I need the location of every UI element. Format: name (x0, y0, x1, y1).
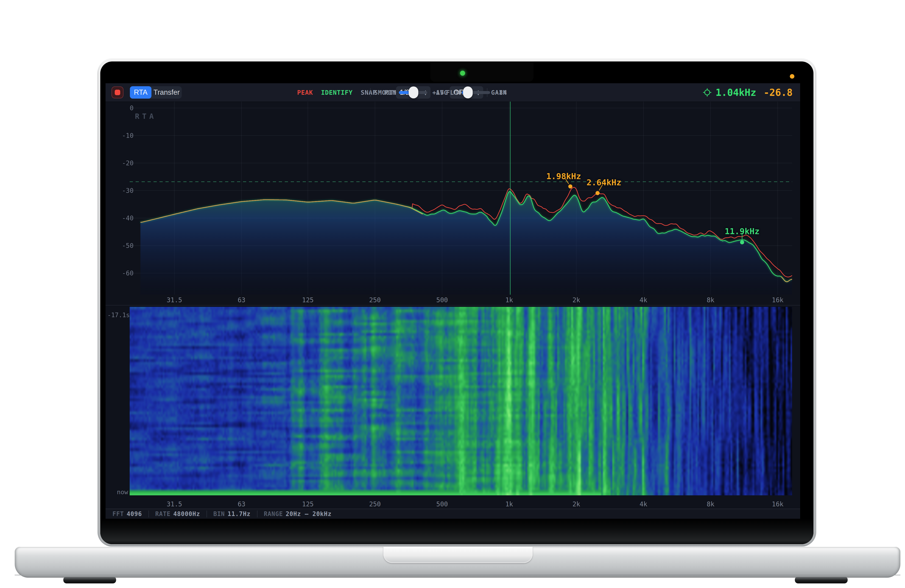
toolbar: RTA Transfer PEAKIDENTIFYSNAPPINK SMOOTH… (106, 83, 800, 102)
peak-marker-2.64kHz: 2.64kHz (586, 178, 621, 187)
x-tick-500: 500 (436, 296, 448, 304)
x-tick-500: 500 (436, 501, 448, 508)
x-tick-250: 250 (369, 501, 381, 508)
gain-slider-thumb[interactable] (409, 86, 418, 98)
status-value: 11.7Hz (228, 510, 251, 517)
x-tick-31.5: 31.5 (167, 501, 182, 508)
status-value: 48000Hz (173, 510, 200, 517)
cursor-readout: 1.04kHz -26.8 (703, 83, 792, 101)
x-tick-2k: 2k (573, 296, 580, 304)
status-value: 4096 (127, 510, 142, 517)
x-tick-125: 125 (302, 501, 314, 508)
laptop-base (15, 547, 900, 578)
status-range: RANGE20Hz — 20kHz (264, 510, 332, 517)
x-tick-63: 63 (238, 296, 246, 304)
x-tick-8k: 8k (707, 501, 714, 508)
laptop-lid: RTA Transfer PEAKIDENTIFYSNAPPINK SMOOTH… (97, 59, 816, 547)
y-tick: -50 (114, 242, 133, 249)
y-tick: 0 (114, 105, 133, 112)
section-divider (106, 305, 800, 306)
status-label: BIN (213, 510, 225, 517)
laptop-foot (795, 577, 848, 583)
tab-transfer[interactable]: Transfer (151, 86, 182, 98)
x-tick-1k: 1k (505, 296, 513, 304)
x-tick-4k: 4k (640, 501, 647, 508)
y-tick: -10 (114, 132, 133, 139)
readout-frequency: 1.04kHz (716, 87, 756, 98)
camera-led-icon (460, 71, 465, 76)
status-bin: BIN11.7Hz (213, 510, 251, 517)
y-tick: -30 (114, 187, 133, 195)
gain-slider[interactable] (399, 91, 427, 94)
record-icon (115, 90, 120, 95)
status-value: 20Hz — 20kHz (286, 510, 332, 517)
status-divider (206, 510, 207, 517)
peak-marker-11.9kHz: 11.9kHz (725, 227, 759, 236)
analyzer-app: RTA Transfer PEAKIDENTIFYSNAPPINK SMOOTH… (106, 83, 800, 519)
laptop-foot (64, 577, 116, 583)
view-tabs: RTA Transfer (130, 86, 182, 98)
x-tick-4k: 4k (640, 296, 647, 304)
status-divider (148, 510, 149, 517)
x-tick-63: 63 (238, 501, 246, 508)
status-bar: FFT4096RATE48000HzBIN11.7HzRANGE20Hz — 2… (106, 509, 800, 519)
y-tick: -40 (114, 214, 133, 222)
spectrogram-time-now: now (107, 488, 128, 496)
camera-notch (430, 62, 533, 82)
rta-plot[interactable] (130, 101, 792, 295)
status-fft: FFT4096 (113, 510, 142, 517)
gain-value: +15 (432, 89, 444, 96)
toolbar-divider (370, 88, 371, 97)
status-label: RANGE (264, 510, 283, 517)
mic-indicator-icon (790, 74, 794, 79)
x-tick-250: 250 (369, 296, 381, 304)
base-edge (15, 575, 900, 575)
hinge-shadow (100, 518, 813, 544)
status-label: RATE (156, 510, 171, 517)
x-tick-125: 125 (302, 296, 314, 304)
tab-rta[interactable]: RTA (130, 86, 151, 98)
x-tick-16k: 16k (772, 501, 784, 508)
status-rate: RATE48000Hz (156, 510, 200, 517)
floor-value: -84 (495, 89, 507, 96)
x-tick-31.5: 31.5 (167, 296, 182, 304)
mode-toggle-peak[interactable]: PEAK (297, 89, 313, 96)
laptop-bezel: RTA Transfer PEAKIDENTIFYSNAPPINK SMOOTH… (100, 62, 813, 544)
laptop-mockup: RTA Transfer PEAKIDENTIFYSNAPPINK SMOOTH… (0, 0, 905, 588)
record-button[interactable] (111, 86, 124, 98)
mode-toggle-identify[interactable]: IDENTIFY (321, 89, 353, 96)
floor-slider-thumb[interactable] (463, 86, 473, 98)
rta-watermark: RTA (135, 112, 157, 120)
x-tick-1k: 1k (505, 501, 513, 508)
y-tick: -60 (114, 269, 133, 277)
lid-open-scoop (383, 547, 533, 563)
status-label: FFT (113, 510, 124, 517)
readout-level: -26.8 (764, 87, 792, 98)
y-tick: -20 (114, 159, 133, 167)
status-divider (257, 510, 257, 517)
peak-marker-1.98kHz: 1.98kHz (546, 171, 581, 181)
spectrogram[interactable] (130, 307, 792, 495)
floor-slider[interactable] (462, 91, 490, 94)
x-tick-8k: 8k (707, 296, 714, 304)
x-tick-16k: 16k (772, 296, 784, 304)
spectrogram-time-start: -17.1s (107, 311, 128, 319)
crosshair-icon (703, 88, 711, 97)
smooth-label: SMOOTH (374, 89, 398, 96)
x-tick-2k: 2k (573, 501, 580, 508)
